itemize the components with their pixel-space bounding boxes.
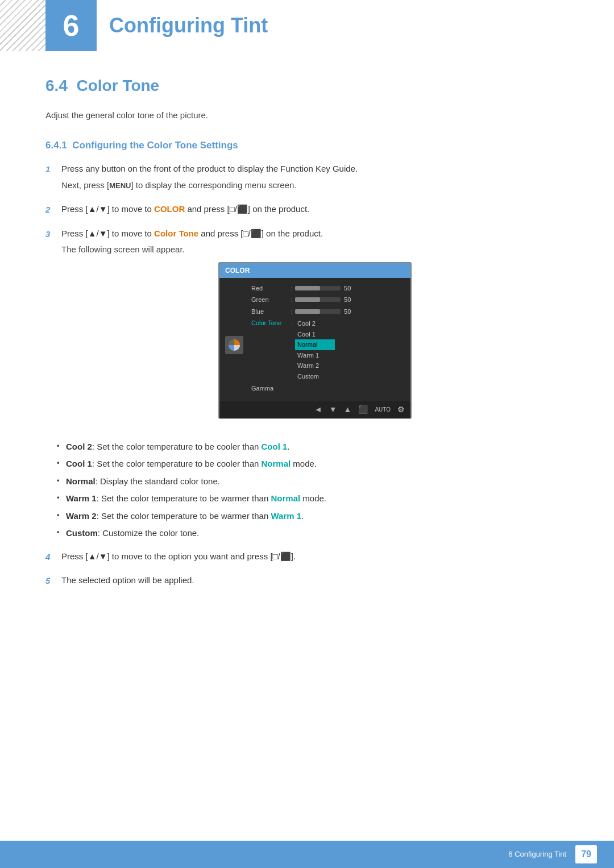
main-content: 6.4 Color Tone Adjust the general color … xyxy=(0,74,614,644)
color-tone-highlight: Color Tone xyxy=(154,229,198,238)
chapter-number: 6 xyxy=(45,0,97,51)
bullet-warm2: Warm 2: Set the color temperature to be … xyxy=(57,510,569,523)
footer-text: 6 Configuring Tint xyxy=(508,849,566,860)
bullet-normal: Normal: Display the standard color tone. xyxy=(57,475,569,488)
dropdown-cool2: Cool 2 xyxy=(295,318,335,329)
color-wheel-icon xyxy=(228,339,240,351)
color-highlight: COLOR xyxy=(154,204,185,214)
menu-key: MENU xyxy=(109,181,131,190)
btn-up: ▲ xyxy=(344,404,352,416)
step-1: 1 Press any button on the front of the p… xyxy=(45,163,569,195)
dropdown-warm2: Warm 2 xyxy=(295,360,335,371)
dropdown-cool1: Cool 1 xyxy=(295,329,335,340)
menu-row-blue: Blue : 50 xyxy=(249,307,405,317)
step-2: 2 Press [▲/▼] to move to COLOR and press… xyxy=(45,203,569,219)
btn-gear: ⚙ xyxy=(397,404,405,416)
dropdown-custom: Custom xyxy=(295,371,335,382)
step-content-1: Press any button on the front of the pro… xyxy=(61,163,569,195)
section-heading: 6.4 Color Tone xyxy=(45,74,569,98)
page-footer: 6 Configuring Tint 79 xyxy=(0,841,614,868)
subsection-heading: 6.4.1 Configuring the Color Tone Setting… xyxy=(45,138,569,153)
monitor-titlebar: COLOR xyxy=(219,263,410,278)
monitor-screenshot: COLOR xyxy=(218,262,412,419)
chapter-header: 6 Configuring Tint xyxy=(0,0,614,51)
btn-enter: ⬛ xyxy=(358,404,368,416)
step-content-3: Press [▲/▼] to move to Color Tone and pr… xyxy=(61,227,569,433)
monitor-body: Red : 50 Green : xyxy=(219,278,410,401)
step-content-4: Press [▲/▼] to move to the option you wa… xyxy=(61,550,569,567)
monitor-bottombar: ◄ ▼ ▲ ⬛ AUTO ⚙ xyxy=(219,401,410,418)
step-3: 3 Press [▲/▼] to move to Color Tone and … xyxy=(45,227,569,433)
btn-auto: AUTO xyxy=(375,405,391,414)
bullet-warm1: Warm 1: Set the color temperature to be … xyxy=(57,492,569,505)
step-number-5: 5 xyxy=(45,574,61,588)
footer-page: 79 xyxy=(575,845,597,863)
bullet-cool2: Cool 2: Set the color temperature to be … xyxy=(57,441,569,454)
dropdown-normal: Normal xyxy=(295,339,335,350)
menu-row-red: Red : 50 xyxy=(249,284,405,293)
menu-row-green: Green : 50 xyxy=(249,295,405,305)
monitor-left-icon xyxy=(225,284,249,396)
step-number-4: 4 xyxy=(45,550,61,564)
step-5: 5 The selected option will be applied. xyxy=(45,574,569,591)
monitor-menu: Red : 50 Green : xyxy=(249,284,405,396)
bullet-custom: Custom: Customize the color tone. xyxy=(57,527,569,540)
step-number-2: 2 xyxy=(45,203,61,217)
color-tone-dropdown: Cool 2 Cool 1 Normal Warm 1 Warm 2 Custo… xyxy=(295,318,335,381)
bullet-list: Cool 2: Set the color temperature to be … xyxy=(45,441,569,540)
chapter-title: Configuring Tint xyxy=(109,10,268,41)
hatch-decoration xyxy=(0,0,45,51)
step-content-2: Press [▲/▼] to move to COLOR and press [… xyxy=(61,203,569,219)
menu-row-gamma: Gamma xyxy=(249,384,405,393)
step-4: 4 Press [▲/▼] to move to the option you … xyxy=(45,550,569,567)
menu-row-color-tone: Color Tone : Cool 2 Cool 1 Normal Warm 1… xyxy=(249,318,405,381)
step-number-1: 1 xyxy=(45,163,61,176)
dropdown-warm1: Warm 1 xyxy=(295,350,335,361)
section-description: Adjust the general color tone of the pic… xyxy=(45,109,569,122)
btn-left: ◄ xyxy=(314,404,322,416)
bullet-cool1: Cool 1: Set the color temperature to be … xyxy=(57,458,569,471)
step-number-3: 3 xyxy=(45,227,61,241)
monitor-icon xyxy=(225,336,243,354)
btn-down: ▼ xyxy=(329,404,337,416)
steps-list: 1 Press any button on the front of the p… xyxy=(45,163,569,433)
step-content-5: The selected option will be applied. xyxy=(61,574,569,591)
